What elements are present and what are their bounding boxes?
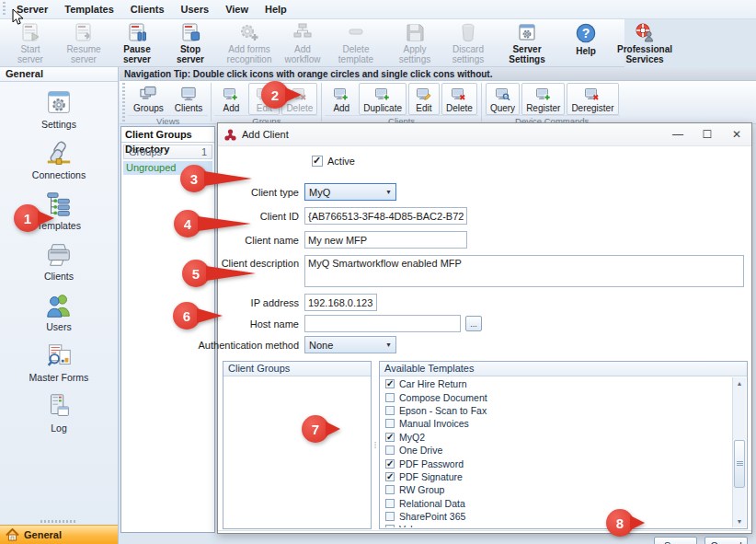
register-icon <box>535 86 552 102</box>
template-row[interactable]: One Drive <box>381 444 732 457</box>
chevron-down-icon: ▼ <box>385 189 392 195</box>
checkbox-icon[interactable] <box>385 459 395 469</box>
resume-server-button[interactable]: Resume server <box>57 19 110 66</box>
stop-server-button[interactable]: Stop server <box>164 19 217 66</box>
save-button[interactable]: Save <box>654 537 697 544</box>
views-clients-button[interactable]: Clients <box>170 83 208 115</box>
sidebar-footer-general[interactable]: General <box>0 525 118 544</box>
cancel-button[interactable]: Cancel <box>704 537 748 544</box>
callout-tail <box>326 422 340 436</box>
checkbox-icon[interactable] <box>385 499 395 508</box>
delete-template-button[interactable]: Delete template <box>329 19 383 66</box>
scroll-up-icon[interactable]: ▲ <box>734 377 745 389</box>
browse-host-button[interactable]: ... <box>465 316 482 331</box>
callout-tail <box>206 266 256 281</box>
clients-duplicate-button[interactable]: Duplicate <box>359 83 407 115</box>
dialog-titlebar[interactable]: Add Client — ☐ ✕ <box>218 123 751 146</box>
deregister-icon <box>584 86 601 102</box>
template-row[interactable]: Volvo <box>381 523 732 527</box>
auth-method-select[interactable]: None ▼ <box>304 336 396 353</box>
sidebar-item-connections[interactable]: Connections <box>0 140 118 180</box>
scrollbar-thumb[interactable] <box>734 440 745 488</box>
views-groups-button[interactable]: Groups <box>129 83 168 115</box>
callout-tail <box>285 87 302 102</box>
server-stop-icon <box>178 22 202 42</box>
checkbox-icon[interactable] <box>385 472 395 481</box>
template-row[interactable]: RW Group <box>381 483 732 496</box>
ip-address-label: IP address <box>218 297 299 308</box>
callout-5: 5 <box>182 260 210 287</box>
sidebar-item-master-forms[interactable]: Master Forms <box>0 342 118 383</box>
checkbox-icon[interactable] <box>385 512 395 521</box>
pause-server-button[interactable]: Pause server <box>110 19 164 66</box>
checkbox-icon[interactable] <box>385 433 395 442</box>
sidebar: General Settings Connections Templates C… <box>0 67 119 544</box>
sidebar-splitter[interactable] <box>0 517 118 525</box>
professional-services-button[interactable]: Professional Services <box>618 19 671 66</box>
ip-address-input[interactable] <box>304 294 377 311</box>
sidebar-item-settings[interactable]: Settings <box>0 89 118 130</box>
client-description-input[interactable]: MyQ Smartworkflow enabled MFP <box>304 255 744 287</box>
sidebar-item-clients[interactable]: Clients <box>0 241 118 282</box>
checkbox-icon[interactable] <box>385 419 395 428</box>
sidebar-item-users[interactable]: Users <box>0 292 118 332</box>
template-row[interactable]: PDF Signature <box>381 470 732 483</box>
add-workflow-button[interactable]: Add workflow <box>276 19 329 66</box>
deregister-button[interactable]: Deregister <box>567 83 618 115</box>
templates-scrollbar[interactable]: ▲ ▼ <box>732 377 746 527</box>
groups-add-button[interactable]: Add <box>215 83 246 115</box>
client-name-label: Client name <box>218 235 299 246</box>
checkbox-icon[interactable] <box>385 379 395 388</box>
available-templates-header: Available Templates <box>380 362 747 376</box>
menu-templates[interactable]: Templates <box>56 1 122 17</box>
help-icon: ? <box>574 22 598 44</box>
home-icon <box>6 528 19 541</box>
close-button[interactable]: ✕ <box>722 123 751 145</box>
discard-settings-button[interactable]: Discard settings <box>441 19 495 66</box>
add-forms-recognition-button[interactable]: Add forms recognition <box>223 19 276 66</box>
template-row[interactable]: SharePoint 365 <box>381 510 732 523</box>
scroll-down-icon[interactable]: ▼ <box>734 515 745 527</box>
maximize-button[interactable]: ☐ <box>693 123 722 145</box>
template-row[interactable]: Compose Document <box>381 390 732 403</box>
menu-view[interactable]: View <box>217 1 257 17</box>
host-name-input[interactable] <box>304 315 461 332</box>
checkbox-icon[interactable] <box>385 446 395 455</box>
client-name-input[interactable] <box>304 231 467 249</box>
template-row[interactable]: Relational Data <box>381 497 732 510</box>
template-row[interactable]: MyQ2 <box>381 431 732 444</box>
active-checkbox[interactable]: Active <box>312 156 355 167</box>
query-button[interactable]: Query <box>486 83 520 115</box>
sidebar-item-log[interactable]: Log <box>0 393 118 434</box>
start-server-button[interactable]: Start server <box>4 19 57 66</box>
users-icon <box>44 292 74 319</box>
connections-icon <box>44 140 74 168</box>
auth-method-label: Authentication method <box>198 340 299 351</box>
template-row[interactable]: Manual Invoices <box>381 417 732 430</box>
minimize-button[interactable]: — <box>663 123 693 145</box>
delete-icon <box>451 86 467 102</box>
main-toolbar: Start server Resume server Pause server … <box>0 19 624 67</box>
clients-add-button[interactable]: Add <box>326 83 357 115</box>
clients-edit-button[interactable]: Edit <box>408 83 440 115</box>
menu-clients[interactable]: Clients <box>122 1 173 17</box>
checkbox-icon[interactable] <box>385 406 395 415</box>
gear-plus-icon <box>237 22 261 42</box>
checkbox-icon[interactable] <box>385 393 395 402</box>
checkbox-icon[interactable] <box>385 525 395 527</box>
template-row[interactable]: Epson - Scan to Fax <box>381 404 732 417</box>
apply-settings-button[interactable]: Apply settings <box>388 19 441 66</box>
server-settings-button[interactable]: Server Settings <box>500 19 554 66</box>
clients-delete-button[interactable]: Delete <box>441 83 477 115</box>
checkbox-icon[interactable] <box>385 485 395 494</box>
register-button[interactable]: Register <box>521 83 565 115</box>
template-row[interactable]: PDF Password <box>381 457 732 469</box>
help-button[interactable]: ? Help <box>559 19 613 66</box>
client-type-select[interactable]: MyQ ▼ <box>304 183 396 201</box>
client-id-input[interactable] <box>304 207 467 225</box>
menu-help[interactable]: Help <box>257 1 295 17</box>
template-row[interactable]: Car Hire Return <box>381 377 732 390</box>
panel-splitter[interactable]: ⁞ <box>372 361 378 529</box>
toolbar-grip <box>121 83 126 122</box>
menu-users[interactable]: Users <box>173 1 218 17</box>
